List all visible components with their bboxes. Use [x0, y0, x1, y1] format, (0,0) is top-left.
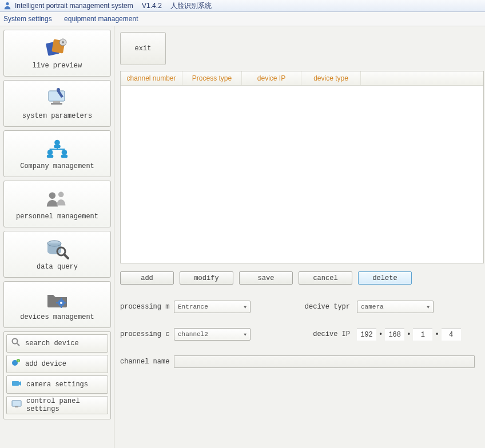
table-body[interactable]: [121, 86, 483, 263]
nav-label: devices management: [20, 313, 94, 321]
exit-button[interactable]: exit: [120, 32, 166, 65]
action-row: add modify save cancel delete: [120, 271, 483, 285]
label-device-ip: decive IP: [299, 330, 350, 338]
btn-label: delete: [372, 274, 397, 282]
chevron-down-icon: ▼: [427, 305, 430, 310]
svg-text:+: +: [17, 359, 19, 363]
combo-value: channel2: [178, 331, 208, 338]
btn-label: modify: [194, 274, 218, 282]
svg-point-15: [49, 193, 55, 199]
chevron-down-icon: ▼: [244, 332, 247, 337]
svg-marker-33: [19, 381, 21, 386]
nav-label: data query: [37, 263, 78, 271]
main-panel: exit channel number Process type device …: [114, 26, 485, 448]
monitor-wrench-icon: [45, 87, 70, 110]
svg-line-20: [64, 254, 68, 258]
svg-rect-6: [53, 101, 60, 103]
svg-rect-34: [12, 401, 21, 406]
label-device-type: decive typr: [299, 303, 350, 311]
nav-label: system parameters: [22, 112, 92, 120]
org-chart-icon: [45, 137, 70, 160]
panel-icon: [11, 399, 22, 411]
chevron-down-icon: ▼: [244, 305, 247, 310]
menu-equipment-management[interactable]: equipment management: [64, 12, 138, 26]
sub-label: add device: [25, 360, 66, 368]
add-device-icon: +: [11, 358, 21, 370]
table-header: channel number Process type device IP de…: [121, 71, 483, 86]
svg-rect-7: [51, 103, 62, 105]
menu-system-settings[interactable]: System settings: [3, 12, 52, 26]
nav-live-preview[interactable]: live preview: [3, 30, 111, 77]
svg-line-28: [17, 343, 19, 346]
combo-device-type[interactable]: camera ▼: [357, 301, 434, 313]
nav-devices-management[interactable]: devices management: [3, 281, 111, 328]
sub-label: control panel settings: [26, 397, 95, 413]
sub-camera-settings[interactable]: camera settings: [6, 375, 108, 394]
save-button[interactable]: save: [239, 271, 293, 285]
app-icon: [3, 2, 11, 10]
input-channel-name[interactable]: [174, 355, 475, 368]
col-device-type[interactable]: device type: [301, 71, 361, 85]
nav-label: personnel management: [16, 213, 98, 221]
sub-add-device[interactable]: + add device: [6, 355, 108, 373]
title-version: V1.4.2: [142, 0, 162, 11]
sub-label: camera settings: [26, 381, 88, 389]
svg-point-16: [58, 192, 64, 198]
combo-value: Entrance: [178, 303, 208, 310]
ip-dot: •: [407, 330, 411, 338]
btn-label: cancel: [313, 274, 337, 282]
sub-search-device[interactable]: search device: [6, 334, 108, 353]
nav-label: live preview: [33, 62, 82, 70]
device-form: processing m Entrance ▼ decive typr came…: [120, 301, 475, 368]
nav-company-management[interactable]: Company management: [3, 130, 111, 177]
database-search-icon: [45, 238, 70, 261]
ip-seg-1[interactable]: [357, 329, 376, 341]
label-processing-m: processing m: [120, 303, 174, 311]
title-app-name: Intelligent portrait management system: [15, 0, 133, 11]
title-cn-subtitle: 人脸识别系统: [170, 0, 212, 11]
svg-point-9: [54, 140, 60, 146]
add-button[interactable]: add: [120, 271, 174, 285]
sidebar: live preview system parameters: [0, 26, 114, 448]
btn-label: add: [141, 274, 153, 282]
sub-label: search device: [25, 339, 79, 347]
btn-label: save: [258, 274, 275, 282]
combo-processing-m[interactable]: Entrance ▼: [174, 301, 251, 313]
svg-rect-32: [12, 381, 19, 386]
svg-point-8: [57, 88, 60, 91]
label-processing-c: processing c: [120, 330, 174, 338]
ip-seg-4[interactable]: [442, 329, 461, 341]
svg-point-0: [6, 2, 9, 5]
col-channel-number[interactable]: channel number: [121, 71, 182, 85]
col-process-type[interactable]: Process type: [182, 71, 242, 85]
nav-data-query[interactable]: data query: [3, 231, 111, 278]
svg-rect-12: [47, 155, 53, 158]
svg-point-4: [62, 41, 64, 43]
people-icon: [45, 187, 70, 210]
ip-dot: •: [379, 330, 383, 338]
ip-input[interactable]: • • •: [357, 329, 461, 341]
titlebar: Intelligent portrait management system V…: [0, 0, 485, 12]
folder-gear-icon: [45, 288, 70, 311]
nav-system-parameters[interactable]: system parameters: [3, 80, 111, 127]
ip-seg-2[interactable]: [385, 329, 404, 341]
nav-personnel-management[interactable]: personnel management: [3, 181, 111, 227]
cancel-button[interactable]: cancel: [299, 271, 352, 285]
col-spacer: [361, 71, 483, 85]
nav-label: Company management: [20, 162, 94, 170]
sub-control-panel-settings[interactable]: control panel settings: [6, 396, 108, 414]
film-icon: [45, 37, 70, 59]
svg-rect-35: [15, 406, 18, 407]
exit-label: exit: [135, 45, 152, 53]
menu-bar: System settings equipment management: [0, 12, 485, 26]
camera-icon: [11, 379, 22, 390]
device-sub-panel: search device + add device camera settin…: [3, 331, 111, 419]
col-device-ip[interactable]: device IP: [242, 71, 301, 85]
device-table: channel number Process type device IP de…: [120, 71, 484, 263]
modify-button[interactable]: modify: [180, 271, 233, 285]
delete-button[interactable]: delete: [358, 271, 412, 285]
combo-value: camera: [361, 303, 384, 310]
label-channel-name: channel name: [120, 358, 174, 366]
ip-seg-3[interactable]: [413, 329, 432, 341]
combo-processing-c[interactable]: channel2 ▼: [174, 328, 251, 341]
